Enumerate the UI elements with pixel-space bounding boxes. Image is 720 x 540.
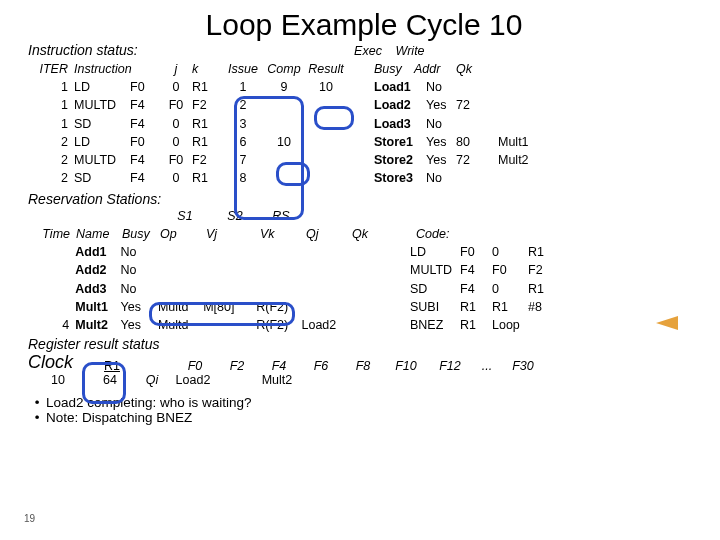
hdr-write: Write [388, 42, 432, 60]
rs-busy: Yes [121, 316, 158, 334]
instr-op: SD [74, 115, 130, 133]
unit-name: Store3 [374, 169, 426, 187]
instr-rd: F0 [130, 133, 160, 151]
instr-rd: F4 [130, 169, 160, 187]
unit-busy: No [426, 115, 456, 133]
code-c: #8 [528, 298, 564, 316]
unit-addr: 72 [456, 96, 498, 114]
hdr-exec: Exec [348, 42, 388, 60]
code-op: LD [410, 243, 460, 261]
instr-k: F2 [192, 151, 222, 169]
instr-op: LD [74, 78, 130, 96]
rs-vk: R(F2) [256, 298, 301, 316]
code-c: R1 [528, 280, 564, 298]
instr-op: SD [74, 169, 130, 187]
code-op: MULTD [410, 261, 460, 279]
rs-vj: M[80] [203, 298, 256, 316]
r1-label: R1 [90, 359, 134, 373]
instr-op: MULTD [74, 96, 130, 114]
instr-issue: 6 [222, 133, 264, 151]
bullet-icon: • [28, 410, 46, 425]
reg-val: Mult2 [256, 373, 298, 387]
hdr-k: k [192, 60, 222, 78]
instr-rd: F4 [130, 115, 160, 133]
hdr-busy: Busy [374, 60, 414, 78]
reg-col: F8 [342, 359, 384, 373]
instr-k: R1 [192, 133, 222, 151]
arrow-icon [656, 316, 678, 330]
unit-busy: No [426, 78, 456, 96]
instr-rd: F4 [130, 151, 160, 169]
instr-exec: 10 [264, 133, 304, 151]
code-c: R1 [528, 243, 564, 261]
instr-k: R1 [192, 169, 222, 187]
instr-iter: 2 [28, 169, 74, 187]
code-op: SUBI [410, 298, 460, 316]
code-a: R1 [460, 316, 492, 334]
instr-op: MULTD [74, 151, 130, 169]
instr-k: R1 [192, 115, 222, 133]
instr-issue: 8 [222, 169, 264, 187]
hdr-result: Result [304, 60, 348, 78]
rs-busy: Yes [121, 298, 158, 316]
instr-iter: 2 [28, 133, 74, 151]
reg-col: F2 [216, 359, 258, 373]
unit-name: Store1 [374, 133, 426, 151]
page-title: Loop Example Cycle 10 [28, 8, 700, 42]
hdr-time: Time [28, 225, 76, 243]
code-op: SD [410, 280, 460, 298]
instr-issue: 7 [222, 151, 264, 169]
instr-rd: F0 [130, 78, 160, 96]
clock-label: Clock [28, 352, 90, 373]
code-c: F2 [528, 261, 564, 279]
code-b: 0 [492, 280, 528, 298]
clock-value: 10 [28, 373, 88, 387]
rs-busy: No [121, 261, 158, 279]
slide-number: 19 [24, 513, 35, 524]
rs-vk: R(F2) [256, 316, 301, 334]
hdr-rs-busy: Busy [122, 225, 160, 243]
rs-op: Multd [158, 316, 203, 334]
hdr-s1: S1 [158, 207, 212, 225]
rs-name: Mult2 [75, 316, 120, 334]
unit-busy: No [426, 169, 456, 187]
instr-iter: 1 [28, 78, 74, 96]
hdr-code: Code: [416, 225, 466, 243]
hdr-qj: Qj [306, 225, 352, 243]
code-b: 0 [492, 243, 528, 261]
instr-j: F0 [160, 96, 192, 114]
instr-op: LD [74, 133, 130, 151]
rs-name: Add3 [75, 280, 120, 298]
unit-name: Load3 [374, 115, 426, 133]
instr-j: 0 [160, 115, 192, 133]
bullet-1: Load2 completing: who is waiting? [46, 395, 252, 410]
instr-j: F0 [160, 151, 192, 169]
unit-busy: Yes [426, 96, 456, 114]
instr-j: 0 [160, 169, 192, 187]
reg-col: F12 [428, 359, 472, 373]
unit-name: Load2 [374, 96, 426, 114]
rs-busy: No [121, 243, 158, 261]
hdr-iter: ITER [28, 60, 74, 78]
reg-col: F4 [258, 359, 300, 373]
hdr-vk: Vk [260, 225, 306, 243]
instr-j: 0 [160, 133, 192, 151]
instr-iter: 1 [28, 96, 74, 114]
code-op: BNEZ [410, 316, 460, 334]
reg-col: F6 [300, 359, 342, 373]
reg-heading: Register result status [28, 336, 700, 352]
rs-busy: No [121, 280, 158, 298]
hdr-addr: Addr [414, 60, 456, 78]
instr-rd: F4 [130, 96, 160, 114]
hdr-name: Name [76, 225, 122, 243]
rs-name: Add2 [75, 261, 120, 279]
unit-busy: Yes [426, 133, 456, 151]
rs-name: Mult1 [75, 298, 120, 316]
hdr-qk: Qk [456, 60, 504, 78]
instr-j: 0 [160, 78, 192, 96]
code-b: R1 [492, 298, 528, 316]
rs-time: 4 [28, 316, 75, 334]
hdr-vj: Vj [206, 225, 260, 243]
unit-addr: 72 [456, 151, 498, 169]
unit-name: Store2 [374, 151, 426, 169]
